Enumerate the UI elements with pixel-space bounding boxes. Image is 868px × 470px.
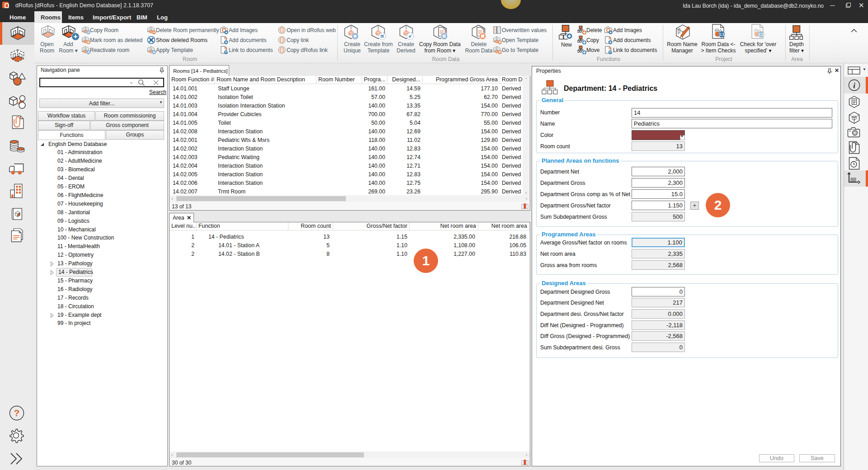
- svg-text:i: i: [853, 81, 855, 90]
- svg-text:1:1: 1:1: [758, 32, 764, 37]
- svg-text:+: +: [73, 32, 77, 40]
- svg-text:?: ?: [14, 408, 20, 418]
- svg-text:1:1: 1:1: [719, 32, 725, 37]
